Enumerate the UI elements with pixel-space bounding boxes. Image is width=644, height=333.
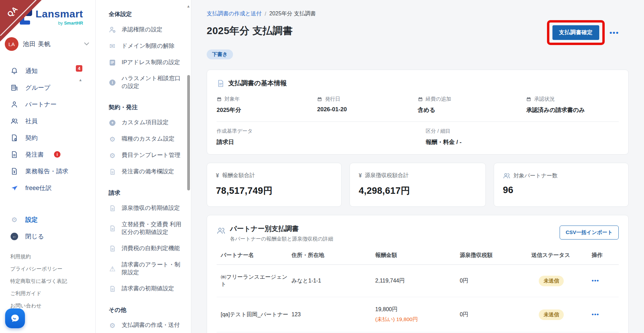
freee-plane-icon: [10, 184, 18, 192]
sidebar-item-label: 通知: [25, 67, 38, 75]
yen-icon: ¥: [216, 173, 219, 179]
column-header: 住所・所在地: [291, 252, 375, 265]
field-label: 区分 / 細目: [426, 128, 451, 134]
footer-link[interactable]: ご利用ガイド: [10, 290, 95, 297]
chat-button[interactable]: [5, 308, 25, 328]
info-field: 承認状況 承認済みの請求書のみ: [526, 96, 619, 114]
settings-item[interactable]: ⚠ 請求書のアラート・制限設定: [109, 257, 182, 281]
actions-cell: •••: [592, 297, 619, 332]
bell-icon: [10, 67, 18, 75]
settings-scroll-up-icon[interactable]: ▲: [187, 4, 190, 8]
yen-icon: ¥: [359, 173, 362, 179]
settings-section-title: 請求: [109, 189, 182, 197]
unpaid-note: (未払い) 19,800円: [375, 316, 457, 323]
column-header: 源泉徴収税額: [460, 252, 532, 265]
settings-item-label: 発注書の備考欄設定: [122, 168, 174, 176]
chat-bubble-icon: [10, 313, 20, 324]
sidebar-item-社員[interactable]: 社員: [0, 113, 95, 129]
sidebar-item-パートナー[interactable]: パートナー: [0, 96, 95, 113]
settings-item[interactable]: ⚙ 職種のカスタム設定: [109, 131, 182, 147]
address-cell: みなと1-1-1: [291, 265, 375, 297]
footer-link[interactable]: 特定商取引に基づく表記: [10, 278, 95, 285]
settings-item[interactable]: i ハラスメント相談窓口の設定: [109, 71, 182, 95]
csv-import-button[interactable]: CSV一括インポート: [560, 226, 619, 240]
invoice-yen-icon: [10, 167, 18, 175]
settings-item[interactable]: 承認権限の設定: [109, 21, 182, 38]
settings-item[interactable]: 消費税の自動判定機能: [109, 241, 182, 257]
person-check-icon: [109, 26, 116, 33]
settings-item[interactable]: ✉ ドメイン制限の解除: [109, 38, 182, 54]
breadcrumb: 支払調書の作成と送付 / 2025年分 支払調書: [207, 10, 629, 17]
more-menu-button[interactable]: •••: [609, 29, 619, 36]
summary-value: 4,298,617円: [359, 185, 477, 197]
column-header: 操作: [592, 252, 619, 265]
settings-item[interactable]: 立替経費・交通費 利用区分の初期値設定: [109, 217, 182, 241]
settings-item[interactable]: 発注書の備考欄設定: [109, 164, 182, 180]
field-value: 承認済みの請求書のみ: [526, 106, 619, 114]
settings-item[interactable]: ⚙ 費目テンプレート管理: [109, 147, 182, 164]
gear-icon: ⚙: [10, 216, 18, 224]
basic-info-title: 支払調書の基本情報: [228, 79, 287, 88]
amount-cell: 19,800円(未払い) 19,800円: [375, 297, 460, 332]
settings-scrollbar-thumb[interactable]: [187, 75, 190, 190]
settings-item[interactable]: ⚙ 支払調書の作成・送付: [109, 317, 182, 333]
sidebar-item-freee仕訳[interactable]: freee仕訳: [0, 179, 95, 196]
app-root: QA Lansmart by SmartHR LA 池田 美帆 通知: [0, 0, 644, 333]
table-header-row: パートナー名住所・所在地報酬金額源泉徴収税額送信ステータス操作: [217, 252, 619, 265]
sidebar-item-label: 契約: [25, 134, 38, 142]
settings-section: 全体設定 承認権限の設定 ✉ ドメイン制限の解除 IP IPアドレス制限の設定 …: [109, 10, 182, 95]
settings-item-label: 支払調書の作成・送付: [122, 321, 180, 329]
gear-icon: ⚙: [109, 152, 116, 159]
row-actions-button[interactable]: •••: [592, 311, 599, 318]
settings-item[interactable]: IP IPアドレス制限の設定: [109, 54, 182, 71]
settings-section-title: 全体設定: [109, 10, 182, 18]
settings-item-label: IPアドレス制限の設定: [122, 59, 180, 67]
basic-info-card: 支払調書の基本情報 対象年 2025年分 発行日 2026-01-20 経費の追…: [207, 70, 629, 155]
breadcrumb-link[interactable]: 支払調書の作成と送付: [207, 10, 262, 17]
send-status-badge: 未送信: [539, 276, 564, 286]
breadcrumb-current: 2025年分 支払調書: [269, 10, 316, 17]
row-actions-button[interactable]: •••: [592, 277, 599, 284]
partner-name-cell: ㈱フリーランスエージェント: [217, 265, 291, 297]
sidebar-item-通知[interactable]: 通知 4: [0, 62, 95, 79]
divider: [217, 121, 619, 122]
ip-icon: IP: [109, 60, 116, 66]
qa-ribbon-label: QA: [5, 5, 19, 19]
doc-icon: [109, 225, 116, 232]
partner-table: パートナー名住所・所在地報酬金額源泉徴収税額送信ステータス操作 ㈱フリーランスエ…: [217, 252, 619, 333]
sidebar-item-発注書[interactable]: 発注書 i: [0, 146, 95, 163]
settings-item-label: 承認権限の設定: [122, 26, 162, 34]
footer-link[interactable]: プライバシーポリシー: [10, 266, 95, 272]
sidebar-scroll-up-icon[interactable]: ▲: [79, 78, 82, 82]
amount-cell: 2,119,744円: [375, 265, 460, 297]
sidebar-item-label: パートナー: [25, 100, 56, 108]
footer-link[interactable]: 利用規約: [10, 254, 95, 260]
settings-item[interactable]: + カスタム項目設定: [109, 115, 182, 131]
main-nav: 通知 4 グループ パートナー 社員 契約 発注書 i 業務報告・請求: [0, 62, 95, 196]
summary-card: 対象パートナー数 96: [494, 163, 629, 207]
brand-logo[interactable]: Lansmart by SmartHR: [20, 9, 95, 26]
notification-count-badge: 4: [76, 65, 82, 72]
confirm-payment-record-button[interactable]: 支払調書確定: [552, 25, 599, 40]
info-circle-icon: i: [109, 79, 116, 86]
document-icon: [217, 79, 224, 87]
settings-item[interactable]: 源泉徴収の初期値設定: [109, 200, 182, 217]
info-field: 区分 / 細目 報酬・料金 / -: [426, 128, 619, 146]
sidebar-item-設定[interactable]: ⚙ 設定: [0, 211, 95, 228]
page-header: 2025年分 支払調書 下書き 支払調書確定 •••: [207, 24, 629, 59]
sidebar-item-label: グループ: [25, 84, 50, 92]
column-header: 報酬金額: [375, 252, 460, 265]
settings-section-title: その他: [109, 306, 182, 314]
footer-link[interactable]: お問い合わせ: [10, 303, 95, 309]
settings-section: 契約・発注 + カスタム項目設定 ⚙ 職種のカスタム設定 ⚙ 費目テンプレート管…: [109, 103, 182, 180]
sidebar-item-閉じる[interactable]: ← 閉じる: [0, 228, 95, 245]
settings-scrollbar-track: ▲: [187, 0, 191, 333]
sidebar-item-label: 発注書: [25, 150, 44, 159]
settings-item-label: カスタム項目設定: [122, 119, 169, 127]
sidebar-item-契約[interactable]: 契約: [0, 129, 95, 146]
sidebar-item-業務報告・請求[interactable]: 業務報告・請求: [0, 163, 95, 179]
sidebar-item-label: 設定: [25, 216, 38, 224]
tax-cell: 0円: [460, 265, 532, 297]
settings-item[interactable]: 請求書の初期値設定: [109, 281, 182, 297]
user-menu[interactable]: LA 池田 美帆: [5, 37, 89, 51]
